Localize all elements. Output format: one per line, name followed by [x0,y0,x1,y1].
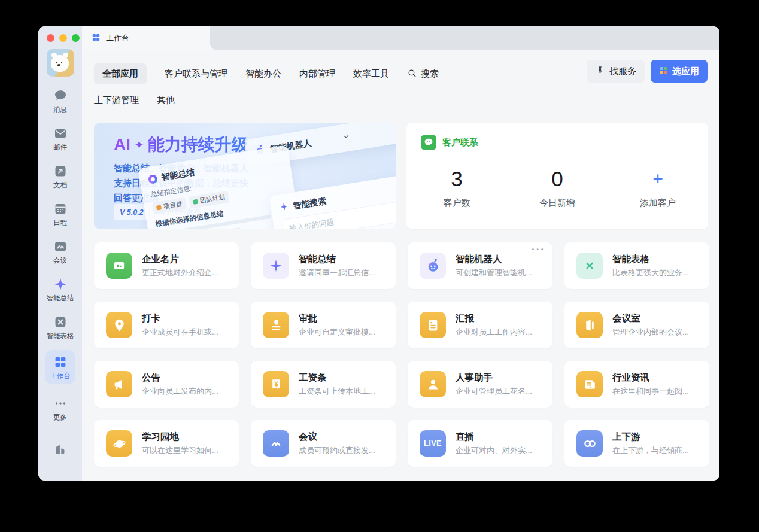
more-menu-icon[interactable]: ··· [532,244,545,256]
app-card-sparkle[interactable]: ··· 智能总结 邀请同事一起汇总信... [251,242,396,289]
filter-tab[interactable]: 效率工具 [353,68,389,80]
docs-icon [53,163,68,179]
app-card-payslip[interactable]: ··· 工资条 工资条可上传本地工... [251,361,396,408]
app-card-table[interactable]: ··· 智能表格 比表格更强大的业务... [564,242,709,289]
avatar-art [57,64,60,66]
sidebar-item-calendar[interactable]: 日程 [45,201,75,227]
sidebar-item-smart-table[interactable]: 智能表格 [45,314,75,341]
filter-tab[interactable]: 全部应用 [94,63,147,84]
tab-workbench[interactable]: 工作台 [82,26,210,50]
banner-title-ai: AI [114,135,130,154]
app-desc: 在这里和同事一起阅... [612,386,689,397]
sidebar-item-more[interactable]: 更多 [45,396,75,422]
search-icon [407,68,417,80]
app-card-meeting[interactable]: ··· 会议 成员可预约或直接发... [251,420,396,467]
report-icon [420,312,446,338]
deco-search-placeholder: 输入你的问题 [281,200,396,229]
deco-robot-card: 智能机器人 [244,123,396,167]
header-buttons: 找服务 选应用 [587,60,708,83]
color-grid-icon [659,66,668,77]
toolbox-icon[interactable] [53,441,68,457]
sidebar-item-ai-summary[interactable]: 智能总结 [45,276,75,303]
app-card-pin[interactable]: ··· 打卡 企业成员可在手机或... [94,302,239,348]
customer-contact-card: 客户联系 3 客户数 0 今日新增 + 添加客户 [406,123,708,229]
sidebar-item-workbench[interactable]: 工作台 [45,350,75,384]
workbench-grid-icon [92,33,101,44]
customer-contact-title: 客户联系 [442,137,478,148]
app-card-door[interactable]: ··· 会议室 管理企业内部的会议... [564,302,709,348]
tab-bar: 工作台 [82,26,719,50]
table-side-icon [53,314,68,330]
add-customer-action[interactable]: + 添加客户 [608,167,708,209]
sparkle-icon [279,201,290,214]
sidebar-nav: 消息 邮件 文档 日程 会议 智能总结 智能表格 工作台 更多 [45,77,75,422]
sidebar-item-mail[interactable]: 邮件 [45,126,75,152]
pick-app-label: 选应用 [672,66,699,77]
app-card-megaphone[interactable]: ··· 公告 企业向员工发布的内... [94,361,239,408]
app-title: 企业名片 [142,253,218,265]
table-icon [576,253,603,279]
app-card-stamp[interactable]: ··· 审批 企业可自定义审批模... [251,302,396,348]
app-title: 公告 [142,372,218,384]
close-window-button[interactable] [47,34,54,42]
filter-tab[interactable]: 内部管理 [299,68,335,80]
workbench-page: 全部应用客户联系与管理智能办公内部管理效率工具搜索 上下游管理其他 找服务 选应… [82,50,719,481]
meeting-side-icon [53,239,68,254]
payslip-icon [263,371,289,397]
customer-stat: 3 客户数 [406,167,507,209]
app-card-bizcard[interactable]: ··· 企业名片 更正式地对外介绍企... [94,242,239,289]
megaphone-icon [106,371,132,397]
user-avatar[interactable] [47,49,74,77]
ai-upgrade-banner[interactable]: AI✦能力持续升级 智能总结、智能搜索、智能机器人 支持日程会议中的数据，总结更… [94,123,396,229]
meeting-icon [263,430,289,457]
zoom-window-button[interactable] [72,34,80,42]
desktop-background: 消息 邮件 文档 日程 会议 智能总结 智能表格 工作台 更多 工作台 [0,0,759,532]
category-filter-row: 全部应用客户联系与管理智能办公内部管理效率工具搜索 [94,63,439,84]
app-desc: 企业对员工工作内容... [456,327,532,338]
app-desc: 可创建和管理智能机... [456,267,532,278]
pick-app-button[interactable]: 选应用 [651,60,708,83]
app-desc: 企业向员工发布的内... [142,386,218,397]
app-card-live[interactable]: ··· LIVE 直播 企业可对内、对外实... [408,420,552,467]
release-date: 11月18日发布 [155,207,201,217]
app-card-robot[interactable]: ··· 智能机器人 可创建和管理智能机... [408,242,552,289]
app-desc: 管理企业内部的会议... [612,327,689,338]
filter-tab[interactable]: 客户联系与管理 [165,68,227,80]
robot-icon [420,253,446,279]
bizcard-icon [106,253,132,279]
person-icon [420,371,446,397]
app-desc: 企业可管理员工花名... [456,386,532,397]
sidebar-item-docs[interactable]: 文档 [45,163,75,190]
app-desc: 更正式地对外介绍企... [142,267,218,278]
app-desc: 企业可自定义审批模... [299,327,375,338]
app-card-planet[interactable]: ··· 学习园地 可以在这里学习如何... [94,420,239,467]
filter-tab[interactable]: 智能办公 [245,68,281,80]
banner-description: 智能总结、智能搜索、智能机器人 支持日程会议中的数据，总结更快 回答更准确 [114,160,248,205]
find-service-button[interactable]: 找服务 [587,60,645,83]
banner-title-rest: 能力持续升级 [148,133,248,156]
hero-row: AI✦能力持续升级 智能总结、智能搜索、智能机器人 支持日程会议中的数据，总结更… [94,123,708,229]
sidebar-item-meetings[interactable]: 会议 [45,239,75,265]
planet-icon [106,430,132,457]
app-title: 会议室 [612,312,689,324]
app-title: 人事助手 [456,372,532,384]
door-icon [576,312,603,338]
app-desc: 企业可对内、对外实... [456,445,532,456]
app-title: 学习园地 [142,431,218,443]
search-tab[interactable]: 搜索 [407,68,439,80]
app-card-person[interactable]: ··· 人事助手 企业可管理员工花名... [408,361,552,408]
minimize-window-button[interactable] [59,34,67,42]
filter-tab[interactable]: 其他 [157,95,175,106]
deco-search-card: 智能搜索 输入你的问题 [269,174,396,229]
app-card-report[interactable]: ··· 汇报 企业对员工工作内容... [408,302,552,348]
app-desc: 邀请同事一起汇总信... [299,267,375,278]
news-icon [576,371,603,397]
app-desc: 可以在这里学习如何... [142,445,218,456]
sidebar-item-messages[interactable]: 消息 [45,88,75,114]
app-card-news[interactable]: ··· 行业资讯 在这里和同事一起阅... [564,361,709,408]
app-card-updown[interactable]: ··· 上下游 在上下游，与经销商... [564,420,709,467]
mail-icon [53,126,68,141]
app-title: 汇报 [456,312,532,324]
filter-tab[interactable]: 上下游管理 [94,95,139,106]
robot-icon [253,144,266,159]
